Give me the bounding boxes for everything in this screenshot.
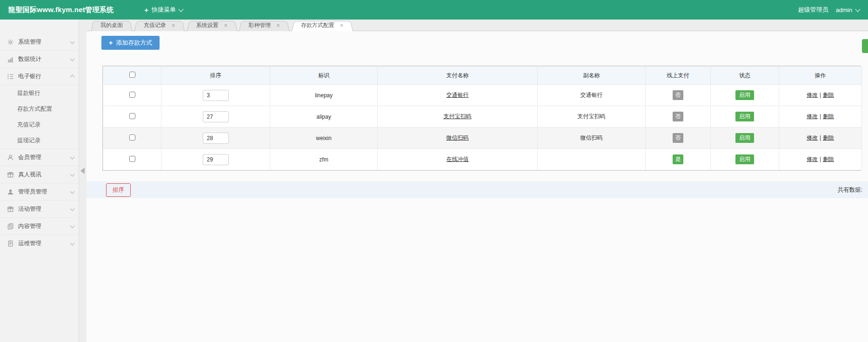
- quick-menu-button[interactable]: + 快捷菜单: [144, 6, 183, 14]
- sort-input[interactable]: [203, 111, 229, 122]
- sub-name-cell: 支付宝扫码: [538, 106, 646, 127]
- edit-link[interactable]: 修改: [807, 134, 818, 141]
- table-row: zfm在线冲值是启用修改|删除: [103, 149, 862, 170]
- tab-desktop[interactable]: 我的桌面: [91, 20, 132, 31]
- tab-deposit-config[interactable]: 存款方式配置×: [292, 20, 353, 31]
- sidebar-item-contents[interactable]: 内容管理: [0, 217, 79, 235]
- tab-close-icon[interactable]: ×: [172, 22, 175, 28]
- delete-link[interactable]: 删除: [823, 156, 834, 162]
- chevron-down-icon: [70, 56, 75, 61]
- pay-name-link[interactable]: 微信扫码: [447, 134, 469, 141]
- online-pay-badge: 是: [673, 154, 683, 165]
- sort-input[interactable]: [203, 154, 229, 165]
- chevron-down-icon: [70, 172, 75, 176]
- sidebar-item-members[interactable]: 会员管理: [0, 148, 79, 166]
- chevron-down-icon: [70, 241, 75, 245]
- sidebar-item-label: 运维管理: [18, 240, 41, 248]
- delete-link[interactable]: 删除: [823, 134, 834, 141]
- sidebar-collapse-handle[interactable]: [80, 168, 85, 174]
- action-separator: |: [820, 92, 821, 98]
- sidebar-item-activities[interactable]: 活动管理: [0, 200, 79, 217]
- deposit-methods-table: 排序标识支付名称副名称线上支付状态操作 linepay交通银行交通银行否启用修改…: [102, 66, 861, 171]
- edit-link[interactable]: 修改: [807, 113, 818, 120]
- sidebar-item-label: 真人视讯: [18, 171, 41, 179]
- header-checkbox-cell: [103, 67, 161, 85]
- code-cell: linepay: [270, 85, 378, 106]
- table-row: weixin微信扫码微信扫码否启用修改|删除: [103, 127, 862, 149]
- pay-name-link[interactable]: 支付宝扫码: [444, 113, 472, 120]
- copy-icon: [7, 222, 14, 230]
- sidebar-item-ebank[interactable]: 电子银行: [0, 67, 79, 85]
- tab-label: 彩种管理: [248, 21, 271, 29]
- chevron-up-icon: [70, 75, 75, 80]
- chevron-down-icon: [855, 7, 860, 12]
- quick-menu-label: 快捷菜单: [152, 6, 176, 14]
- table-body: linepay交通银行交通银行否启用修改|删除alipay支付宝扫码支付宝扫码否…: [103, 85, 862, 170]
- sidebar-item-label: 内容管理: [18, 222, 41, 230]
- column-header-4: 线上支付: [646, 67, 711, 85]
- status-badge: 启用: [735, 133, 754, 143]
- code-cell: weixin: [270, 127, 378, 149]
- row-checkbox[interactable]: [129, 156, 135, 162]
- add-deposit-method-button[interactable]: + 添加存款方式: [101, 36, 160, 50]
- pay-name-link[interactable]: 交通银行: [447, 92, 469, 98]
- tab-lottery[interactable]: 彩种管理×: [239, 20, 289, 31]
- chevron-down-icon: [178, 7, 183, 12]
- page: 龍聖国际www.fkym.net管理系统 + 快捷菜单 超级管理员 admin …: [0, 0, 868, 342]
- sidebar-item-label: 电子银行: [18, 73, 41, 80]
- admin-icon: [7, 188, 14, 195]
- tab-close-icon[interactable]: ×: [224, 22, 228, 28]
- pay-name-link[interactable]: 在线冲值: [447, 156, 469, 162]
- sidebar-item-admins[interactable]: 管理员管理: [0, 183, 79, 200]
- sidebar-item-label: 数据统计: [18, 55, 41, 63]
- column-header-0: 排序: [161, 67, 270, 85]
- sidebar-subitem-recharge-records[interactable]: 充值记录: [0, 117, 79, 133]
- tab-close-icon[interactable]: ×: [340, 22, 344, 28]
- delete-link[interactable]: 删除: [823, 113, 834, 120]
- sidebar-subitem-withdraw-records[interactable]: 提现记录: [0, 133, 79, 148]
- user-menu[interactable]: admin: [836, 7, 860, 13]
- gift-icon: [7, 171, 14, 178]
- add-button-label: 添加存款方式: [116, 39, 152, 47]
- sidebar-item-live-video[interactable]: 真人视讯: [0, 166, 79, 183]
- tab-label: 充值记录: [144, 21, 166, 29]
- chart-icon: [7, 55, 14, 63]
- table-row: alipay支付宝扫码支付宝扫码否启用修改|删除: [103, 106, 862, 127]
- column-header-2: 支付名称: [378, 67, 538, 85]
- select-all-checkbox[interactable]: [129, 72, 135, 78]
- user-area: 超级管理员 admin: [798, 6, 860, 14]
- row-checkbox[interactable]: [129, 92, 135, 98]
- side-panel-toggle-button[interactable]: [862, 39, 868, 53]
- sidebar-item-label: 系统管理: [18, 38, 41, 46]
- sidebar-splitter: [79, 20, 87, 342]
- table-header-row: 排序标识支付名称副名称线上支付状态操作: [103, 67, 862, 85]
- sort-input[interactable]: [203, 133, 229, 144]
- bottom-bar: 排序 共有数据:: [87, 181, 868, 198]
- plus-icon: +: [144, 7, 148, 13]
- status-badge: 启用: [735, 154, 754, 165]
- sidebar-item-label: 会员管理: [18, 154, 41, 161]
- sidebar-item-stats[interactable]: 数据统计: [0, 50, 79, 67]
- delete-link[interactable]: 删除: [823, 92, 834, 98]
- sort-input[interactable]: [203, 90, 229, 101]
- status-badge: 启用: [735, 112, 754, 122]
- sidebar-subitem-withdraw-banks[interactable]: 提款银行: [0, 85, 79, 101]
- username-label: admin: [836, 7, 852, 13]
- code-cell: zfm: [270, 149, 378, 170]
- tab-close-icon[interactable]: ×: [276, 22, 280, 28]
- tab-label: 存款方式配置: [301, 21, 334, 29]
- tab-recharge[interactable]: 充值记录×: [134, 20, 185, 31]
- app-title: 龍聖国际www.fkym.net管理系统: [8, 6, 114, 14]
- sort-button[interactable]: 排序: [106, 183, 131, 197]
- sidebar-item-ops[interactable]: 运维管理: [0, 235, 79, 252]
- tab-settings[interactable]: 系统设置×: [187, 20, 237, 31]
- chevron-down-icon: [70, 223, 75, 228]
- sub-name-cell: 微信扫码: [538, 127, 646, 149]
- tab-label: 我的桌面: [100, 21, 123, 29]
- edit-link[interactable]: 修改: [807, 156, 818, 162]
- sidebar-item-system[interactable]: 系统管理: [0, 34, 79, 50]
- sidebar-subitem-deposit-config[interactable]: 存款方式配置: [0, 101, 79, 117]
- row-checkbox[interactable]: [129, 134, 135, 141]
- row-checkbox[interactable]: [129, 113, 135, 119]
- edit-link[interactable]: 修改: [807, 92, 818, 98]
